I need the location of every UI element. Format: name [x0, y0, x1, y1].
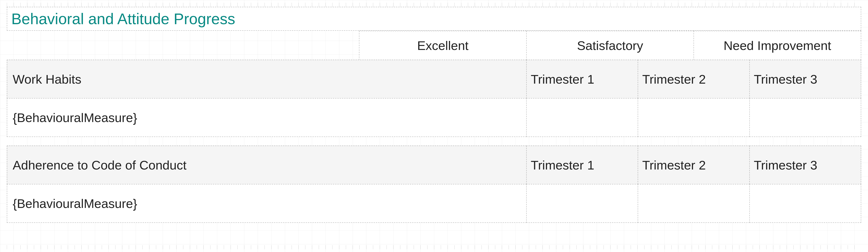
section-header-row: Work Habits Trimester 1 Trimester 2 Trim…: [7, 60, 861, 98]
section-label-text: Adherence to Code of Conduct: [13, 158, 186, 172]
section-label-text: Work Habits: [13, 72, 81, 87]
section-title-text: Behavioral and Attitude Progress: [11, 10, 235, 27]
trimester-2-header-cell[interactable]: Trimester 2: [638, 146, 749, 184]
section-title-cell[interactable]: Behavioral and Attitude Progress: [7, 7, 861, 31]
trimester-3-value-cell[interactable]: [749, 184, 861, 223]
rating-need-improvement-cell[interactable]: Need Improvement: [693, 31, 861, 60]
rating-header-row: Excellent Satisfactory Need Improvement: [7, 31, 861, 60]
section-code-of-conduct-label-cell[interactable]: Adherence to Code of Conduct: [7, 146, 527, 184]
trimester-2-header-cell[interactable]: Trimester 2: [638, 60, 749, 98]
trimester-2-value-cell[interactable]: [638, 98, 749, 137]
measure-field-placeholder: {BehaviouralMeasure}: [13, 196, 137, 211]
report-designer-canvas[interactable]: Behavioral and Attitude Progress Excelle…: [0, 0, 868, 252]
rating-satisfactory-cell[interactable]: Satisfactory: [526, 31, 694, 60]
trimester-label: Trimester 3: [754, 158, 817, 172]
measure-data-row: {BehaviouralMeasure}: [7, 98, 861, 137]
report-layout-group[interactable]: Behavioral and Attitude Progress Excelle…: [7, 7, 861, 223]
trimester-label: Trimester 1: [531, 158, 594, 172]
measure-field-cell[interactable]: {BehaviouralMeasure}: [7, 184, 527, 223]
trimester-1-header-cell[interactable]: Trimester 1: [526, 60, 638, 98]
measure-data-row: {BehaviouralMeasure}: [7, 184, 861, 223]
trimester-2-value-cell[interactable]: [638, 184, 749, 223]
measure-field-cell[interactable]: {BehaviouralMeasure}: [7, 98, 527, 137]
trimester-3-header-cell[interactable]: Trimester 3: [749, 146, 861, 184]
trimester-label: Trimester 1: [531, 72, 594, 87]
trimester-3-header-cell[interactable]: Trimester 3: [749, 60, 861, 98]
trimester-label: Trimester 2: [642, 158, 706, 172]
trimester-3-value-cell[interactable]: [749, 98, 861, 137]
trimester-1-header-cell[interactable]: Trimester 1: [526, 146, 638, 184]
trimester-label: Trimester 3: [754, 72, 817, 87]
trimester-1-value-cell[interactable]: [526, 184, 638, 223]
rating-excellent-cell[interactable]: Excellent: [359, 31, 527, 60]
trimester-1-value-cell[interactable]: [526, 98, 638, 137]
trimester-label: Trimester 2: [642, 72, 706, 87]
ruler-ticks-bottom: [7, 245, 861, 249]
rating-need-improvement-label: Need Improvement: [723, 38, 831, 53]
rating-spacer: [7, 31, 360, 60]
section-gap: [7, 137, 861, 146]
rating-satisfactory-label: Satisfactory: [577, 38, 643, 53]
section-work-habits-label-cell[interactable]: Work Habits: [7, 60, 527, 98]
ruler-ticks-top: [7, 3, 861, 7]
rating-excellent-label: Excellent: [417, 38, 468, 53]
measure-field-placeholder: {BehaviouralMeasure}: [13, 110, 137, 125]
section-header-row: Adherence to Code of Conduct Trimester 1…: [7, 146, 861, 184]
